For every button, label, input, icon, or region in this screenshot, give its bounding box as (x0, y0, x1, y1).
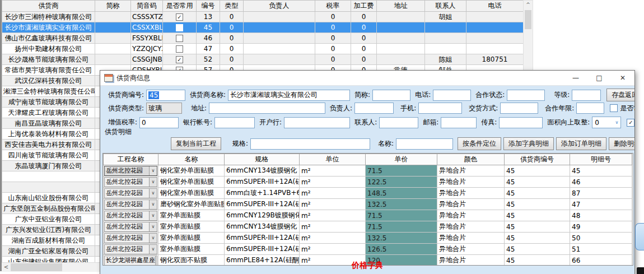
code-cell[interactable]: FSSYXBLKJ.. (131, 33, 163, 44)
spec-cell[interactable]: 6mmSUPER-III+12A(硅... (225, 244, 300, 255)
phone-cell[interactable] (466, 12, 524, 22)
col-type[interactable]: 类型 (220, 1, 244, 12)
supplier-name-cell[interactable] (2, 182, 95, 193)
col-code[interactable]: 简音码 (131, 1, 163, 12)
common-checkbox-cell[interactable]: ✓ (163, 54, 197, 65)
detail-no-cell[interactable]: 45 (570, 165, 632, 177)
project-combo-cell[interactable]: 岳州北控花园∨ (104, 188, 158, 199)
supplier-name-cell[interactable]: 南昌亚晶玻璃有限公司 (2, 118, 95, 129)
type-cell[interactable]: 0 (220, 33, 244, 44)
fee-cell[interactable]: 0 (351, 22, 377, 33)
spec-cell[interactable]: 6mmCNY134镀膜钢化 (225, 165, 300, 177)
contact-input[interactable] (379, 117, 418, 128)
add-order-button[interactable]: 添加订单明细 (556, 137, 606, 150)
address-cell[interactable] (377, 22, 425, 33)
name-cell[interactable]: 室外单面贴膜 (158, 210, 225, 221)
unit-cell[interactable]: m² (300, 199, 366, 210)
manager-cell[interactable] (244, 22, 315, 33)
contact-cell[interactable] (425, 33, 466, 44)
price-cell[interactable]: 132.5 (366, 233, 437, 244)
col-contact[interactable]: 联系人 (425, 1, 466, 12)
abbr-cell[interactable] (95, 12, 131, 22)
gcol-supplier-no[interactable]: 供货商编号 (505, 154, 570, 165)
contact-cell[interactable] (425, 44, 466, 54)
dialog-titlebar[interactable]: 供货商信息 — □ ✕ (100, 71, 634, 86)
price-cell[interactable]: 122.5 (366, 177, 437, 188)
project-combo[interactable]: 岳州北控花园∨ (104, 222, 157, 232)
supplier-row[interactable]: 扬州中勤建材有限公司YZZQJCYXGS47000 (2, 44, 524, 54)
unit-cell[interactable]: m² (300, 244, 366, 255)
spec-cell[interactable]: 6mmSUPER-III+12A(硅... (225, 199, 300, 210)
phone-cell[interactable] (466, 44, 524, 54)
col-manager[interactable]: 负责人 (244, 1, 315, 12)
col-abbr[interactable]: 简称 (95, 1, 131, 12)
spec-cell[interactable]: 6mmCNY134镀膜钢化 (225, 221, 300, 233)
common-checkbox-cell[interactable] (163, 33, 197, 44)
common-checkbox-cell[interactable] (163, 44, 197, 54)
area-round-select[interactable]: 0 ∨ (592, 117, 621, 128)
address-cell[interactable] (377, 12, 425, 22)
color-cell[interactable]: 异地合片 (437, 188, 505, 199)
number-cell[interactable]: 47 (197, 44, 220, 54)
color-cell[interactable]: 异地合片 (437, 221, 505, 233)
supplier-no-cell[interactable]: 45 (505, 188, 570, 199)
abbr-cell[interactable] (95, 22, 131, 33)
supplier-row[interactable]: 长沙市潇湘玻璃实业有限公司CSSXXBLSY..45000 (2, 22, 524, 33)
supplier-name-input[interactable]: 长沙市潇湘玻璃实业有限公司 (228, 90, 350, 101)
spec-input[interactable] (250, 138, 370, 150)
fax-input[interactable] (499, 117, 543, 128)
spec-cell[interactable]: 6mmSUPER-III+12A(硅... (225, 177, 300, 188)
supplier-name-cell[interactable]: 扬州中勤建材有限公司 (2, 44, 95, 54)
tax-cell[interactable]: 0 (315, 33, 351, 44)
chevron-down-icon[interactable]: ∨ (149, 200, 157, 209)
detail-grid-row[interactable]: 岳州北控花园∨钢化室外单面贴膜6mm白玻+1.14PVB+6mm...m²148… (104, 188, 632, 199)
price-cell[interactable]: 71.5 (366, 165, 437, 177)
common-checkbox[interactable]: ✓ (176, 56, 183, 63)
supplier-name-cell[interactable] (2, 171, 95, 182)
gcol-project[interactable]: 工程名称 (104, 154, 158, 165)
supplier-no-cell[interactable]: 45 (505, 177, 570, 188)
col-supplier[interactable]: 供货商 (2, 1, 95, 12)
manager-cell[interactable] (244, 54, 315, 65)
detail-no-cell[interactable]: 47 (570, 199, 632, 210)
tax-cell[interactable]: 0 (315, 22, 351, 33)
tax-cell[interactable]: 0 (315, 12, 351, 22)
close-button[interactable]: ✕ (611, 71, 634, 85)
project-combo-cell[interactable]: 岳州北控花园∨ (104, 177, 158, 188)
project-combo[interactable]: 岳州北控花园∨ (104, 199, 157, 210)
tax-cell[interactable]: 0 (315, 44, 351, 54)
unit-cell[interactable]: m² (300, 177, 366, 188)
fee-cell[interactable]: 0 (351, 12, 377, 22)
chevron-down-icon[interactable]: ∨ (149, 178, 157, 187)
abbr-cell[interactable] (95, 33, 131, 44)
supplier-name-cell[interactable]: 长沙市潇湘玻璃实业有限公司 (2, 22, 95, 33)
unit-cell[interactable]: m² (300, 165, 366, 177)
gcol-price[interactable]: 单价 (366, 154, 437, 165)
grade-input[interactable] (572, 90, 601, 101)
supplier-no-cell[interactable]: 45 (505, 165, 570, 177)
name-cell[interactable]: 室外单面贴膜 (158, 244, 225, 255)
supplier-name-cell[interactable]: 长沙市三湘特种玻璃有限公司 (2, 12, 95, 22)
abbr-input[interactable] (372, 90, 410, 101)
common-checkbox[interactable] (176, 35, 183, 42)
detail-grid-row[interactable]: 岳州北控花园∨室外单面贴膜6mmSUPER-III+12A(硅...m²132.… (104, 233, 632, 244)
fee-cell[interactable]: 0 (351, 54, 377, 65)
supplier-row[interactable]: 长沙晟格节能玻璃有限公司CSSGJNBLYXGS✓52000陈姐180751 (2, 54, 524, 65)
project-combo[interactable]: 岳州北控花园∨ (104, 177, 157, 187)
manager-cell[interactable] (244, 12, 315, 22)
common-checkbox[interactable]: ✓ (176, 13, 183, 21)
supplier-no-cell[interactable]: 45 (505, 244, 570, 255)
common-use-checkbox[interactable] (610, 104, 618, 112)
chevron-down-icon[interactable]: ∨ (149, 189, 157, 198)
unit-cell[interactable]: m² (300, 221, 366, 233)
project-combo-cell[interactable]: 岳州北控花园∨ (104, 210, 158, 221)
detail-no-cell[interactable]: 49 (570, 221, 632, 233)
supplier-no-cell[interactable]: 45 (505, 210, 570, 221)
scroll-left-icon[interactable]: < (2, 263, 11, 272)
manager-input[interactable] (354, 103, 394, 114)
color-cell[interactable]: 异地合片 (437, 177, 505, 188)
color-cell[interactable]: 异地合片 (437, 165, 505, 177)
name-cell[interactable]: 钢化室外单面贴膜 (158, 188, 225, 199)
supplier-no-cell[interactable]: 45 (505, 199, 570, 210)
spec-cell[interactable]: 6mmSUPER-III+12A(硅... (225, 233, 300, 244)
